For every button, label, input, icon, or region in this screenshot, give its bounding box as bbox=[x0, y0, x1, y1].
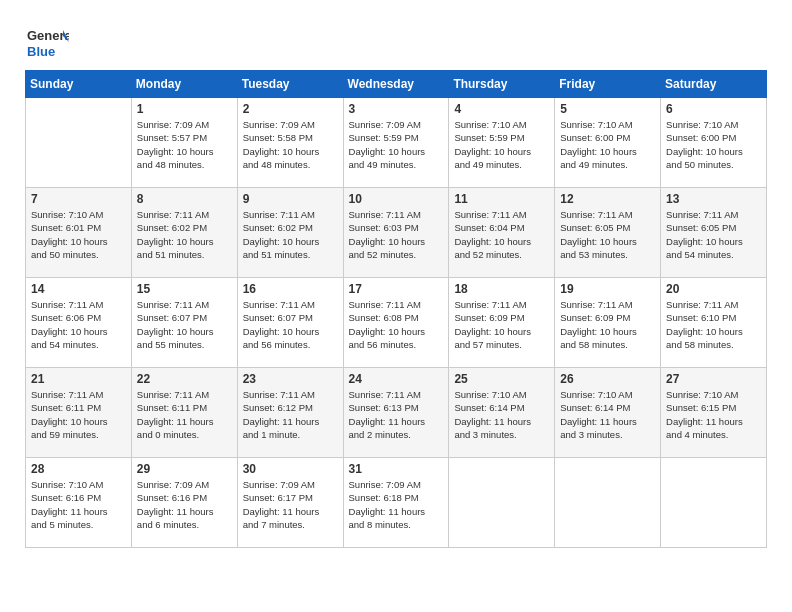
day-number: 2 bbox=[243, 102, 338, 116]
calendar-cell: 6Sunrise: 7:10 AMSunset: 6:00 PMDaylight… bbox=[661, 98, 767, 188]
calendar-cell: 17Sunrise: 7:11 AMSunset: 6:08 PMDayligh… bbox=[343, 278, 449, 368]
weekday-header-monday: Monday bbox=[131, 71, 237, 98]
day-info: Sunrise: 7:11 AMSunset: 6:08 PMDaylight:… bbox=[349, 298, 444, 351]
day-info: Sunrise: 7:11 AMSunset: 6:06 PMDaylight:… bbox=[31, 298, 126, 351]
weekday-header-row: SundayMondayTuesdayWednesdayThursdayFrid… bbox=[26, 71, 767, 98]
weekday-header-saturday: Saturday bbox=[661, 71, 767, 98]
calendar-cell: 25Sunrise: 7:10 AMSunset: 6:14 PMDayligh… bbox=[449, 368, 555, 458]
day-info: Sunrise: 7:09 AMSunset: 6:18 PMDaylight:… bbox=[349, 478, 444, 531]
day-number: 29 bbox=[137, 462, 232, 476]
day-info: Sunrise: 7:11 AMSunset: 6:13 PMDaylight:… bbox=[349, 388, 444, 441]
day-number: 6 bbox=[666, 102, 761, 116]
header: General Blue bbox=[25, 20, 767, 64]
day-info: Sunrise: 7:10 AMSunset: 6:14 PMDaylight:… bbox=[560, 388, 655, 441]
day-number: 7 bbox=[31, 192, 126, 206]
day-info: Sunrise: 7:10 AMSunset: 6:14 PMDaylight:… bbox=[454, 388, 549, 441]
calendar-cell: 18Sunrise: 7:11 AMSunset: 6:09 PMDayligh… bbox=[449, 278, 555, 368]
day-info: Sunrise: 7:11 AMSunset: 6:09 PMDaylight:… bbox=[454, 298, 549, 351]
day-number: 19 bbox=[560, 282, 655, 296]
day-info: Sunrise: 7:10 AMSunset: 6:00 PMDaylight:… bbox=[666, 118, 761, 171]
calendar-cell: 7Sunrise: 7:10 AMSunset: 6:01 PMDaylight… bbox=[26, 188, 132, 278]
weekday-header-tuesday: Tuesday bbox=[237, 71, 343, 98]
day-number: 4 bbox=[454, 102, 549, 116]
calendar-cell: 24Sunrise: 7:11 AMSunset: 6:13 PMDayligh… bbox=[343, 368, 449, 458]
day-info: Sunrise: 7:09 AMSunset: 5:58 PMDaylight:… bbox=[243, 118, 338, 171]
calendar-cell: 12Sunrise: 7:11 AMSunset: 6:05 PMDayligh… bbox=[555, 188, 661, 278]
day-info: Sunrise: 7:11 AMSunset: 6:03 PMDaylight:… bbox=[349, 208, 444, 261]
calendar-week-2: 7Sunrise: 7:10 AMSunset: 6:01 PMDaylight… bbox=[26, 188, 767, 278]
logo: General Blue bbox=[25, 20, 69, 64]
day-info: Sunrise: 7:10 AMSunset: 6:00 PMDaylight:… bbox=[560, 118, 655, 171]
day-info: Sunrise: 7:10 AMSunset: 5:59 PMDaylight:… bbox=[454, 118, 549, 171]
weekday-header-thursday: Thursday bbox=[449, 71, 555, 98]
calendar-cell: 21Sunrise: 7:11 AMSunset: 6:11 PMDayligh… bbox=[26, 368, 132, 458]
day-number: 17 bbox=[349, 282, 444, 296]
calendar-cell bbox=[26, 98, 132, 188]
calendar-cell: 11Sunrise: 7:11 AMSunset: 6:04 PMDayligh… bbox=[449, 188, 555, 278]
weekday-header-wednesday: Wednesday bbox=[343, 71, 449, 98]
calendar-cell: 26Sunrise: 7:10 AMSunset: 6:14 PMDayligh… bbox=[555, 368, 661, 458]
calendar-cell: 30Sunrise: 7:09 AMSunset: 6:17 PMDayligh… bbox=[237, 458, 343, 548]
weekday-header-sunday: Sunday bbox=[26, 71, 132, 98]
day-info: Sunrise: 7:11 AMSunset: 6:04 PMDaylight:… bbox=[454, 208, 549, 261]
calendar-table: SundayMondayTuesdayWednesdayThursdayFrid… bbox=[25, 70, 767, 548]
day-info: Sunrise: 7:11 AMSunset: 6:09 PMDaylight:… bbox=[560, 298, 655, 351]
day-number: 31 bbox=[349, 462, 444, 476]
day-number: 28 bbox=[31, 462, 126, 476]
calendar-cell: 13Sunrise: 7:11 AMSunset: 6:05 PMDayligh… bbox=[661, 188, 767, 278]
calendar-week-4: 21Sunrise: 7:11 AMSunset: 6:11 PMDayligh… bbox=[26, 368, 767, 458]
day-number: 8 bbox=[137, 192, 232, 206]
day-number: 16 bbox=[243, 282, 338, 296]
svg-text:Blue: Blue bbox=[27, 44, 55, 59]
day-info: Sunrise: 7:10 AMSunset: 6:15 PMDaylight:… bbox=[666, 388, 761, 441]
calendar-cell: 16Sunrise: 7:11 AMSunset: 6:07 PMDayligh… bbox=[237, 278, 343, 368]
logo-svg: General Blue bbox=[25, 20, 69, 64]
day-number: 5 bbox=[560, 102, 655, 116]
day-number: 25 bbox=[454, 372, 549, 386]
calendar-cell: 2Sunrise: 7:09 AMSunset: 5:58 PMDaylight… bbox=[237, 98, 343, 188]
calendar-cell: 29Sunrise: 7:09 AMSunset: 6:16 PMDayligh… bbox=[131, 458, 237, 548]
day-number: 24 bbox=[349, 372, 444, 386]
day-info: Sunrise: 7:11 AMSunset: 6:02 PMDaylight:… bbox=[137, 208, 232, 261]
weekday-header-friday: Friday bbox=[555, 71, 661, 98]
day-info: Sunrise: 7:11 AMSunset: 6:07 PMDaylight:… bbox=[243, 298, 338, 351]
day-info: Sunrise: 7:09 AMSunset: 6:16 PMDaylight:… bbox=[137, 478, 232, 531]
day-number: 30 bbox=[243, 462, 338, 476]
day-number: 10 bbox=[349, 192, 444, 206]
calendar-cell: 5Sunrise: 7:10 AMSunset: 6:00 PMDaylight… bbox=[555, 98, 661, 188]
calendar-cell: 14Sunrise: 7:11 AMSunset: 6:06 PMDayligh… bbox=[26, 278, 132, 368]
calendar-cell: 22Sunrise: 7:11 AMSunset: 6:11 PMDayligh… bbox=[131, 368, 237, 458]
day-number: 12 bbox=[560, 192, 655, 206]
calendar-cell: 31Sunrise: 7:09 AMSunset: 6:18 PMDayligh… bbox=[343, 458, 449, 548]
day-info: Sunrise: 7:09 AMSunset: 6:17 PMDaylight:… bbox=[243, 478, 338, 531]
calendar-cell: 8Sunrise: 7:11 AMSunset: 6:02 PMDaylight… bbox=[131, 188, 237, 278]
day-number: 27 bbox=[666, 372, 761, 386]
day-number: 1 bbox=[137, 102, 232, 116]
calendar-cell: 3Sunrise: 7:09 AMSunset: 5:59 PMDaylight… bbox=[343, 98, 449, 188]
calendar-cell: 10Sunrise: 7:11 AMSunset: 6:03 PMDayligh… bbox=[343, 188, 449, 278]
calendar-cell bbox=[661, 458, 767, 548]
calendar-cell bbox=[449, 458, 555, 548]
day-info: Sunrise: 7:11 AMSunset: 6:11 PMDaylight:… bbox=[31, 388, 126, 441]
calendar-cell: 4Sunrise: 7:10 AMSunset: 5:59 PMDaylight… bbox=[449, 98, 555, 188]
day-number: 26 bbox=[560, 372, 655, 386]
day-info: Sunrise: 7:11 AMSunset: 6:05 PMDaylight:… bbox=[560, 208, 655, 261]
day-info: Sunrise: 7:10 AMSunset: 6:16 PMDaylight:… bbox=[31, 478, 126, 531]
day-number: 11 bbox=[454, 192, 549, 206]
day-number: 21 bbox=[31, 372, 126, 386]
day-info: Sunrise: 7:11 AMSunset: 6:07 PMDaylight:… bbox=[137, 298, 232, 351]
day-number: 23 bbox=[243, 372, 338, 386]
calendar-cell: 28Sunrise: 7:10 AMSunset: 6:16 PMDayligh… bbox=[26, 458, 132, 548]
calendar-cell: 27Sunrise: 7:10 AMSunset: 6:15 PMDayligh… bbox=[661, 368, 767, 458]
day-number: 18 bbox=[454, 282, 549, 296]
calendar-cell: 23Sunrise: 7:11 AMSunset: 6:12 PMDayligh… bbox=[237, 368, 343, 458]
day-number: 14 bbox=[31, 282, 126, 296]
day-info: Sunrise: 7:11 AMSunset: 6:02 PMDaylight:… bbox=[243, 208, 338, 261]
day-info: Sunrise: 7:10 AMSunset: 6:01 PMDaylight:… bbox=[31, 208, 126, 261]
calendar-cell: 9Sunrise: 7:11 AMSunset: 6:02 PMDaylight… bbox=[237, 188, 343, 278]
day-number: 9 bbox=[243, 192, 338, 206]
calendar-cell: 15Sunrise: 7:11 AMSunset: 6:07 PMDayligh… bbox=[131, 278, 237, 368]
day-number: 15 bbox=[137, 282, 232, 296]
calendar-cell: 20Sunrise: 7:11 AMSunset: 6:10 PMDayligh… bbox=[661, 278, 767, 368]
day-info: Sunrise: 7:11 AMSunset: 6:05 PMDaylight:… bbox=[666, 208, 761, 261]
